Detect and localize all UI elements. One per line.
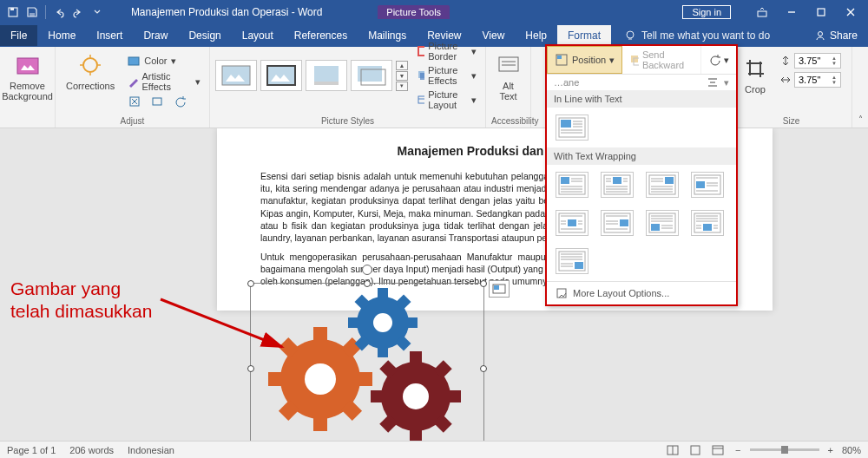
picture-layout-button[interactable]: Picture Layout ▾ xyxy=(413,88,480,111)
position-button[interactable]: Position ▾ xyxy=(547,46,622,74)
pos-mid-left[interactable] xyxy=(691,172,724,198)
menu-mailings[interactable]: Mailings xyxy=(358,25,417,46)
status-language[interactable]: Indonesian xyxy=(128,445,174,455)
pos-top-center[interactable] xyxy=(601,172,634,198)
picture-styles-gallery[interactable]: ▲ ▼ ▾ xyxy=(215,60,408,91)
pos-mid-center[interactable] xyxy=(556,210,589,236)
selection-pane-partial[interactable]: …ane xyxy=(554,77,579,88)
artistic-effects-button[interactable]: Artistic Effects ▾ xyxy=(123,70,204,93)
svg-rect-97 xyxy=(703,224,712,231)
svg-rect-54 xyxy=(613,177,621,184)
svg-rect-114 xyxy=(313,327,327,343)
alt-text-button[interactable]: Alt Text xyxy=(491,49,525,103)
view-read-mode[interactable] xyxy=(664,443,681,457)
send-backward-icon xyxy=(629,54,639,66)
svg-rect-21 xyxy=(314,82,339,85)
pos-bot-right[interactable] xyxy=(556,248,589,274)
picture-border-button[interactable]: Picture Border ▾ xyxy=(413,40,480,62)
annotation-text: Gambar yang telah dimasukkan xyxy=(10,278,152,324)
close-icon[interactable] xyxy=(837,3,865,22)
send-backward-button[interactable]: Send Backward xyxy=(622,46,701,74)
svg-rect-26 xyxy=(420,73,424,80)
svg-rect-126 xyxy=(348,317,360,328)
menu-help[interactable]: Help xyxy=(515,25,557,46)
corrections-button[interactable]: Corrections xyxy=(61,49,120,108)
svg-rect-19 xyxy=(267,66,295,85)
width-icon xyxy=(779,74,792,86)
gallery-more[interactable]: ▾ xyxy=(396,82,408,91)
pos-bot-left[interactable] xyxy=(646,210,679,236)
collapse-ribbon-icon[interactable]: ˄ xyxy=(858,114,863,124)
pos-mid-right[interactable] xyxy=(601,210,634,236)
resize-handle-tl[interactable] xyxy=(247,280,254,287)
change-picture-button[interactable] xyxy=(148,95,167,108)
sign-in-button[interactable]: Sign in xyxy=(682,5,731,19)
pos-bot-center[interactable] xyxy=(691,210,724,236)
zoom-out[interactable]: − xyxy=(732,445,744,455)
svg-point-142 xyxy=(403,383,429,409)
menu-home[interactable]: Home xyxy=(37,25,86,46)
pos-top-left[interactable] xyxy=(556,172,589,198)
menu-references[interactable]: References xyxy=(284,25,358,46)
ribbon-options-icon[interactable] xyxy=(748,3,776,22)
more-layout-options[interactable]: More Layout Options... xyxy=(547,281,736,304)
height-input[interactable]: ▲▼ xyxy=(794,53,841,69)
tell-me-search[interactable]: Tell me what you want to do xyxy=(624,29,770,42)
qat-more-icon[interactable] xyxy=(89,4,105,20)
color-button[interactable]: Color ▾ xyxy=(123,53,204,69)
zoom-in[interactable]: + xyxy=(825,445,837,455)
rotate-button[interactable]: ▾ xyxy=(701,46,736,74)
width-input[interactable]: ▲▼ xyxy=(794,72,841,88)
svg-rect-33 xyxy=(557,56,562,59)
gallery-down[interactable]: ▼ xyxy=(396,71,408,81)
menu-layout[interactable]: Layout xyxy=(232,25,284,46)
status-page[interactable]: Page 1 of 1 xyxy=(7,445,56,455)
autosave-icon[interactable] xyxy=(5,4,21,20)
position-inline[interactable] xyxy=(556,114,589,141)
view-print-layout[interactable] xyxy=(687,443,704,457)
resize-handle-ml[interactable] xyxy=(247,365,254,372)
gallery-up[interactable]: ▲ xyxy=(396,61,408,70)
menu-format[interactable]: Format xyxy=(557,25,611,46)
rotate-handle[interactable] xyxy=(362,265,372,275)
svg-rect-116 xyxy=(268,372,284,386)
svg-rect-90 xyxy=(651,224,660,231)
status-words[interactable]: 206 words xyxy=(69,445,114,455)
menu-file[interactable]: File xyxy=(0,25,37,46)
svg-rect-124 xyxy=(378,288,388,300)
svg-rect-149 xyxy=(713,446,723,455)
zoom-slider[interactable] xyxy=(750,448,819,451)
crop-button[interactable]: Crop xyxy=(736,53,774,96)
svg-rect-20 xyxy=(314,66,339,82)
resize-handle-tr[interactable] xyxy=(480,280,487,287)
svg-rect-70 xyxy=(696,181,705,188)
menu-draw[interactable]: Draw xyxy=(133,25,178,46)
svg-rect-15 xyxy=(128,57,139,65)
adjust-group-label: Adjust xyxy=(61,114,204,126)
layout-options-button[interactable] xyxy=(489,280,510,298)
picture-effects-button[interactable]: Picture Effects ▾ xyxy=(413,64,480,87)
reset-picture-button[interactable] xyxy=(170,95,189,108)
minimize-icon[interactable] xyxy=(778,3,806,22)
share-button[interactable]: Share xyxy=(814,29,858,42)
pos-top-right[interactable] xyxy=(646,172,679,198)
save-icon[interactable] xyxy=(24,4,40,20)
zoom-level[interactable]: 80% xyxy=(842,445,861,455)
svg-rect-106 xyxy=(575,262,583,269)
resize-handle-mr[interactable] xyxy=(480,365,487,372)
svg-rect-29 xyxy=(499,57,518,71)
menu-insert[interactable]: Insert xyxy=(86,25,133,46)
svg-rect-63 xyxy=(665,177,674,184)
menu-design[interactable]: Design xyxy=(178,25,231,46)
compress-pictures-button[interactable] xyxy=(125,95,144,108)
svg-rect-17 xyxy=(153,98,161,105)
maximize-icon[interactable] xyxy=(807,3,835,22)
redo-icon[interactable] xyxy=(70,4,86,20)
remove-background-button[interactable]: Remove Background xyxy=(5,49,49,103)
align-icon[interactable] xyxy=(707,76,719,88)
view-web-layout[interactable] xyxy=(709,443,727,457)
undo-icon[interactable] xyxy=(51,4,67,20)
effects-icon xyxy=(417,69,424,82)
resize-handle-tm[interactable] xyxy=(364,280,371,287)
svg-rect-2 xyxy=(30,13,35,16)
